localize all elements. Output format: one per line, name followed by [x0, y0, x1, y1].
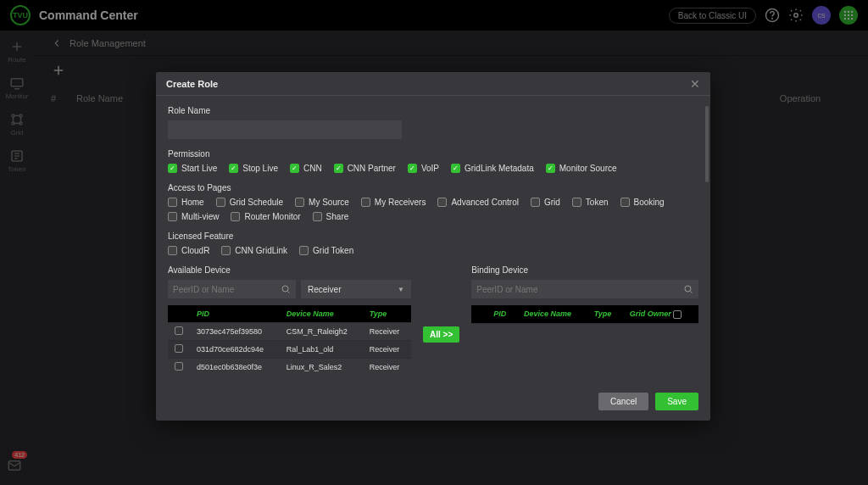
cell-name: Ral_Lab1_old [280, 341, 363, 359]
permission-label: CNN [303, 164, 322, 173]
search-icon[interactable] [281, 284, 291, 294]
access-label: Access to Pages [168, 183, 698, 192]
permission-checkbox[interactable] [290, 164, 299, 173]
available-device-table: PID Device Name Type 3073ec475ef39580CSM… [168, 305, 411, 376]
type-select[interactable]: Receiver ▼ [301, 280, 411, 298]
access-page-item: Home [168, 198, 204, 207]
available-label: Available Device [168, 265, 411, 275]
all-button[interactable]: All >> [423, 326, 459, 343]
cell-name: Linux_R_Sales2 [280, 359, 363, 376]
role-name-input[interactable] [168, 120, 402, 139]
scrollbar[interactable] [705, 106, 709, 182]
type-select-value: Receiver [308, 285, 341, 294]
access-page-label: Token [586, 198, 609, 207]
access-page-item: Advanced Control [437, 198, 519, 207]
permission-checkbox[interactable] [546, 164, 555, 173]
licensed-feature-checkbox[interactable] [221, 246, 231, 255]
permission-item: GridLink Metadata [451, 164, 534, 173]
create-role-modal: Create Role ✕ Role Name Permission Start… [156, 72, 710, 421]
device-columns: Available Device Receiver ▼ PID [168, 265, 698, 376]
access-page-checkbox[interactable] [572, 198, 581, 207]
access-page-checkbox[interactable] [361, 198, 370, 207]
access-page-label: Share [326, 212, 349, 221]
cancel-button[interactable]: Cancel [598, 393, 648, 410]
licensed-feature-item: CNN GridLink [221, 246, 287, 255]
access-page-label: Booking [634, 198, 665, 207]
modal-body: Role Name Permission Start LiveStop Live… [156, 96, 710, 384]
access-page-label: Grid [544, 198, 560, 207]
cell-type: Receiver [363, 341, 411, 359]
access-page-checkbox[interactable] [231, 212, 240, 221]
binding-label: Binding Device [471, 265, 698, 275]
permission-label: VoIP [421, 164, 439, 173]
cell-pid: 3073ec475ef39580 [190, 323, 280, 341]
licensed-feature-item: CloudR [168, 246, 209, 255]
licensed-label: Licensed Feature [168, 231, 698, 241]
row-checkbox[interactable] [175, 362, 183, 371]
access-page-item: Booking [620, 198, 665, 207]
col-device-name: Device Name [280, 305, 363, 323]
access-page-item: My Source [295, 198, 349, 207]
access-page-label: Multi-view [181, 212, 219, 221]
permission-checkbox[interactable] [408, 164, 417, 173]
licensed-feature-item: Grid Token [299, 246, 353, 255]
permission-item: Monitor Source [546, 164, 617, 173]
licensed-feature-checkbox[interactable] [299, 246, 309, 255]
permission-checkbox[interactable] [451, 164, 460, 173]
access-page-item: Router Monitor [231, 212, 300, 221]
transfer-button-col: All >> [423, 265, 459, 343]
col-pid: PID [487, 305, 517, 323]
cell-type: Receiver [363, 359, 411, 376]
modal-footer: Cancel Save [156, 384, 710, 421]
row-checkbox[interactable] [175, 326, 183, 335]
svg-point-20 [685, 286, 691, 292]
access-page-checkbox[interactable] [313, 212, 322, 221]
row-checkbox[interactable] [175, 344, 183, 353]
permission-checkbox[interactable] [229, 164, 238, 173]
grid-owner-header-check[interactable] [673, 310, 682, 319]
permission-item: CNN Partner [334, 164, 396, 173]
table-row[interactable]: 031d70ce682dc94eRal_Lab1_oldReceiver [168, 341, 411, 359]
available-search-input[interactable] [173, 285, 281, 294]
permission-label: Permission [168, 149, 698, 159]
permission-checkbox[interactable] [334, 164, 343, 173]
permission-label: CNN Partner [348, 164, 396, 173]
permission-checkbox[interactable] [168, 164, 177, 173]
access-page-item: Grid Schedule [216, 198, 283, 207]
permission-label: Stop Live [242, 164, 278, 173]
permission-item: Stop Live [229, 164, 278, 173]
cell-pid: 031d70ce682dc94e [190, 341, 280, 359]
save-button[interactable]: Save [655, 393, 698, 410]
table-row[interactable]: d501ec0b638e0f3eLinux_R_Sales2Receiver [168, 359, 411, 376]
search-icon[interactable] [683, 284, 693, 294]
access-page-checkbox[interactable] [620, 198, 630, 207]
access-page-checkbox[interactable] [437, 198, 447, 207]
permission-label: GridLink Metadata [465, 164, 534, 173]
binding-search-input[interactable] [476, 285, 683, 294]
access-page-label: Grid Schedule [230, 198, 283, 207]
close-icon[interactable]: ✕ [690, 77, 700, 91]
licensed-feature-label: CNN GridLink [235, 246, 287, 255]
licensed-feature-label: Grid Token [313, 246, 353, 255]
access-page-checkbox[interactable] [531, 198, 540, 207]
access-page-checkbox[interactable] [216, 198, 225, 207]
access-page-checkbox[interactable] [168, 198, 177, 207]
table-row[interactable]: 3073ec475ef39580CSM_R_Raleigh2Receiver [168, 323, 411, 341]
access-page-checkbox[interactable] [295, 198, 304, 207]
col-pid: PID [190, 305, 280, 323]
permission-item: VoIP [408, 164, 439, 173]
chevron-down-icon: ▼ [398, 286, 404, 293]
access-page-item: My Receivers [361, 198, 426, 207]
svg-point-19 [282, 286, 288, 292]
access-checks: HomeGrid ScheduleMy SourceMy ReceiversAd… [168, 198, 698, 221]
permission-checks: Start LiveStop LiveCNNCNN PartnerVoIPGri… [168, 164, 698, 173]
binding-device-table: PID Device Name Type Grid Owner [471, 305, 698, 376]
col-device-name: Device Name [517, 305, 587, 323]
licensed-feature-checkbox[interactable] [168, 246, 177, 255]
access-page-checkbox[interactable] [168, 212, 177, 221]
available-search [168, 280, 296, 298]
access-page-item: Token [572, 198, 609, 207]
access-page-label: My Receivers [375, 198, 426, 207]
permission-item: Start Live [168, 164, 217, 173]
licensed-feature-label: CloudR [181, 246, 209, 255]
